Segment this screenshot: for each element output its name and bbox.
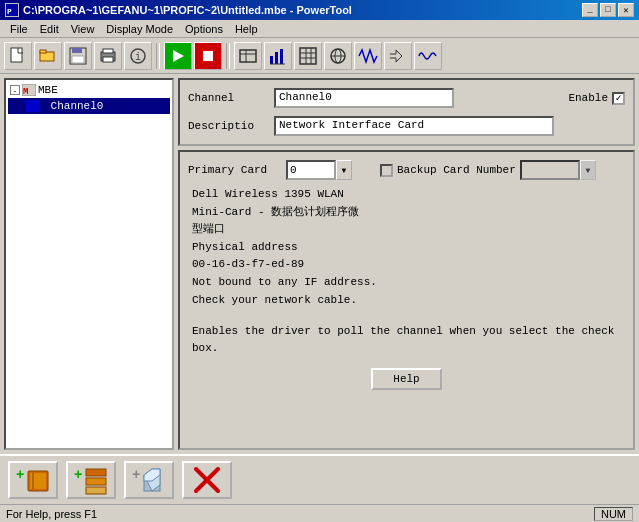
tree-root-label: MBE xyxy=(38,84,58,96)
add-item-button[interactable]: + xyxy=(66,461,116,499)
svg-rect-7 xyxy=(72,56,84,63)
add-channel-button[interactable]: + xyxy=(8,461,58,499)
io-button[interactable] xyxy=(384,42,412,70)
card-info-line-6: Check your network cable. xyxy=(192,292,625,310)
channel-value[interactable]: Channel0 xyxy=(274,88,454,108)
status-num: NUM xyxy=(594,507,633,521)
svg-marker-13 xyxy=(173,50,184,62)
backup-card-select xyxy=(520,160,580,180)
properties-button[interactable]: i xyxy=(124,42,152,70)
card-info-line-5: Not bound to any IF address. xyxy=(192,274,625,292)
delete-button[interactable] xyxy=(182,461,232,499)
channel-icon xyxy=(26,100,40,112)
menu-file[interactable]: File xyxy=(4,22,34,36)
card-info-text: Dell Wireless 1395 WLAN Mini-Card - 数据包计… xyxy=(192,186,625,309)
svg-text:M: M xyxy=(23,87,28,96)
svg-rect-22 xyxy=(300,48,316,64)
menu-view[interactable]: View xyxy=(65,22,101,36)
toolbar: i xyxy=(0,38,639,74)
svg-rect-14 xyxy=(203,51,213,61)
svg-rect-40 xyxy=(86,487,106,494)
backup-card-select-wrapper: ▼ xyxy=(520,160,596,180)
tree-root[interactable]: - M MBE xyxy=(8,82,170,98)
enable-checkbox[interactable]: ✓ xyxy=(612,92,625,105)
maximize-button[interactable]: □ xyxy=(600,3,616,17)
tree-channel-label: Channel0 xyxy=(51,100,104,112)
tree-channel-item[interactable]: Channel0 xyxy=(8,98,170,114)
network-button[interactable] xyxy=(324,42,352,70)
svg-text:i: i xyxy=(135,52,141,63)
svg-rect-15 xyxy=(240,50,256,62)
backup-card-checkbox[interactable] xyxy=(380,164,393,177)
help-note-line-0: Enables the driver to poll the channel w… xyxy=(192,323,621,340)
primary-card-select[interactable]: 0 xyxy=(286,160,336,180)
wave-button[interactable] xyxy=(414,42,442,70)
table-button[interactable] xyxy=(294,42,322,70)
help-note-line-1: box. xyxy=(192,340,621,357)
svg-rect-19 xyxy=(275,52,278,64)
description-value[interactable]: Network Interface Card xyxy=(274,116,554,136)
print-button[interactable] xyxy=(94,42,122,70)
backup-card-dropdown-arrow: ▼ xyxy=(580,160,596,180)
tool1-button[interactable] xyxy=(234,42,262,70)
tree-panel: - M MBE Channel0 xyxy=(4,78,174,450)
card-info-line-2: 型端口 xyxy=(192,221,625,239)
primary-card-select-wrapper[interactable]: 0 ▼ xyxy=(286,160,352,180)
menu-edit[interactable]: Edit xyxy=(34,22,65,36)
svg-rect-6 xyxy=(72,48,82,53)
svg-rect-35 xyxy=(30,473,46,489)
status-bar: For Help, press F1 NUM xyxy=(0,504,639,522)
primary-card-label: Primary Card xyxy=(188,164,278,176)
new-button[interactable] xyxy=(4,42,32,70)
save-button[interactable] xyxy=(64,42,92,70)
svg-rect-20 xyxy=(280,49,283,64)
menu-help[interactable]: Help xyxy=(229,22,264,36)
channel-config-box: Channel Channel0 Enable ✓ Descriptio Net… xyxy=(178,78,635,146)
svg-text:+: + xyxy=(132,467,140,483)
channel-label: Channel xyxy=(188,92,268,104)
svg-text:+: + xyxy=(74,467,82,483)
chart-button[interactable] xyxy=(264,42,292,70)
card-config-box: Primary Card 0 ▼ Backup Card Number ▼ De… xyxy=(178,150,635,450)
svg-rect-10 xyxy=(103,57,113,62)
minimize-button[interactable]: _ xyxy=(582,3,598,17)
toolbar-separator-2 xyxy=(226,43,230,69)
collapse-button[interactable]: - xyxy=(10,85,20,95)
card-info-line-4: 00-16-d3-f7-ed-89 xyxy=(192,256,625,274)
help-button[interactable]: Help xyxy=(371,368,441,390)
open-button[interactable] xyxy=(34,42,62,70)
help-note: Enables the driver to poll the channel w… xyxy=(188,319,625,360)
main-area: - M MBE Channel0 Channel Channel0 Enable… xyxy=(0,74,639,454)
window-title: C:\PROGRA~1\GEFANU~1\PROFIC~2\Untitled.m… xyxy=(23,4,352,16)
add-object-button[interactable]: + xyxy=(124,461,174,499)
svg-rect-39 xyxy=(86,478,106,485)
bottom-toolbar: + + + xyxy=(0,454,639,504)
stop-button[interactable] xyxy=(194,42,222,70)
enable-label: Enable xyxy=(568,92,608,104)
svg-rect-4 xyxy=(40,50,46,53)
svg-rect-38 xyxy=(86,469,106,476)
title-bar: P C:\PROGRA~1\GEFANU~1\PROFIC~2\Untitled… xyxy=(0,0,639,20)
mbe-icon: M xyxy=(22,84,36,96)
app-icon: P xyxy=(5,3,19,17)
backup-card-label: Backup Card Number xyxy=(397,164,516,176)
svg-rect-9 xyxy=(103,49,113,53)
menu-bar: File Edit View Display Mode Options Help xyxy=(0,20,639,38)
svg-text:P: P xyxy=(7,7,12,16)
toolbar-separator-1 xyxy=(156,43,160,69)
menu-options[interactable]: Options xyxy=(179,22,229,36)
menu-display-mode[interactable]: Display Mode xyxy=(100,22,179,36)
analog-button[interactable] xyxy=(354,42,382,70)
status-help-text: For Help, press F1 xyxy=(6,508,97,520)
right-panel: Channel Channel0 Enable ✓ Descriptio Net… xyxy=(178,78,635,450)
svg-rect-2 xyxy=(11,48,22,62)
svg-text:+: + xyxy=(16,467,24,483)
card-info-line-1: Mini-Card - 数据包计划程序微 xyxy=(192,204,625,222)
svg-rect-32 xyxy=(26,100,40,112)
run-button[interactable] xyxy=(164,42,192,70)
svg-rect-18 xyxy=(270,56,273,64)
card-info-line-0: Dell Wireless 1395 WLAN xyxy=(192,186,625,204)
card-info-line-3: Physical address xyxy=(192,239,625,257)
primary-card-dropdown-arrow[interactable]: ▼ xyxy=(336,160,352,180)
close-button[interactable]: ✕ xyxy=(618,3,634,17)
